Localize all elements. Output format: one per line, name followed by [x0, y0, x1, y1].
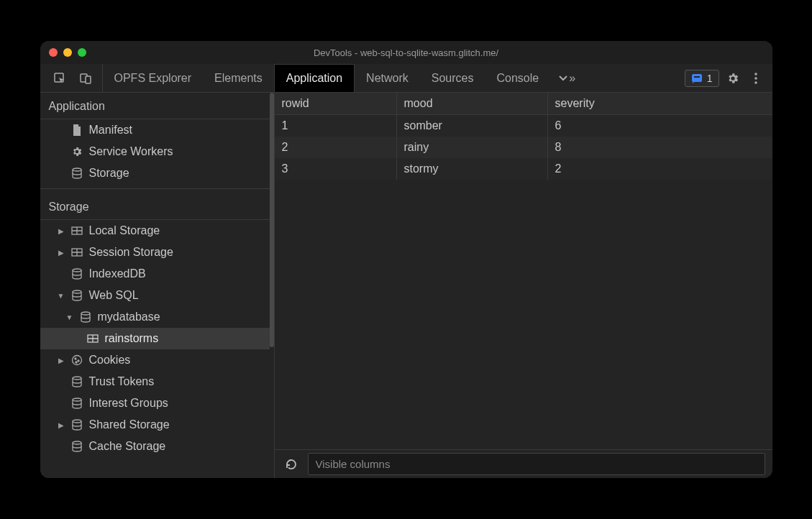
cookie-icon [70, 354, 83, 366]
tab-elements[interactable]: Elements [203, 64, 274, 92]
sidebar-item-label: Local Storage [89, 224, 160, 237]
sidebar-item-cache-storage[interactable]: Cache Storage [40, 436, 270, 457]
window-title: DevTools - web-sql-to-sqlite-wasm.glitch… [40, 47, 772, 58]
svg-point-6 [754, 77, 757, 80]
database-icon [79, 311, 92, 323]
collapse-icon: ▼ [66, 313, 73, 321]
window-controls [49, 48, 86, 57]
table-row[interactable]: 2rainy8 [275, 137, 772, 158]
sidebar-item-manifest[interactable]: Manifest [40, 119, 270, 141]
sidebar-item-web-sql[interactable]: ▼ Web SQL [40, 285, 270, 306]
tab-network[interactable]: Network [355, 64, 420, 92]
svg-point-12 [73, 290, 81, 293]
table-cell: 2 [548, 158, 772, 180]
inspect-element-icon[interactable] [50, 69, 69, 88]
toolbar: OPFS ExplorerElementsApplicationNetworkS… [40, 64, 772, 93]
sidebar-item-label: Web SQL [89, 289, 139, 302]
sidebar-item-indexeddb[interactable]: IndexedDB [40, 263, 270, 285]
svg-rect-2 [86, 76, 91, 83]
toolbar-left [43, 64, 103, 92]
database-icon [70, 441, 83, 452]
document-icon [70, 124, 83, 136]
sidebar-item-label: Cookies [89, 354, 131, 367]
table-cell: 8 [548, 137, 772, 158]
issues-badge[interactable]: 1 [685, 70, 719, 87]
sidebar-item-interest-groups[interactable]: Interest Groups [40, 392, 270, 414]
svg-point-7 [754, 81, 757, 84]
tab-application[interactable]: Application [274, 64, 355, 92]
database-icon [70, 398, 83, 409]
sidebar-item-label: Shared Storage [89, 418, 170, 431]
visible-columns-input[interactable] [308, 453, 765, 475]
table-row[interactable]: 3stormy2 [275, 158, 772, 180]
section-header-storage: Storage [40, 193, 270, 220]
table-row[interactable]: 1somber6 [275, 115, 772, 137]
sidebar-item-label: Trust Tokens [89, 375, 155, 388]
table-icon [70, 226, 83, 235]
column-header-severity[interactable]: severity [548, 93, 772, 114]
sidebar-item-label: Cache Storage [89, 440, 166, 453]
sidebar-item-service-workers[interactable]: Service Workers [40, 141, 270, 162]
column-header-rowid[interactable]: rowid [275, 93, 397, 114]
column-header-mood[interactable]: mood [397, 93, 548, 114]
table-icon [86, 334, 99, 343]
table-cell: stormy [397, 158, 548, 180]
sidebar-item-label: Interest Groups [89, 397, 168, 410]
expand-icon: ▶ [58, 227, 65, 235]
close-window-button[interactable] [49, 48, 58, 57]
collapse-icon: ▼ [58, 292, 65, 300]
database-icon [70, 419, 83, 431]
sidebar-item-local-storage[interactable]: ▶ Local Storage [40, 220, 270, 242]
svg-rect-4 [694, 76, 700, 78]
expand-icon: ▶ [58, 357, 65, 364]
tab-console[interactable]: Console [485, 64, 550, 92]
table-cell: somber [397, 115, 548, 137]
issues-count: 1 [707, 73, 713, 84]
svg-point-18 [76, 362, 77, 363]
table-cell: 1 [275, 115, 397, 137]
svg-point-22 [73, 441, 81, 444]
sidebar-item-label: rainstorms [105, 332, 159, 345]
svg-rect-3 [692, 74, 702, 82]
kebab-menu-icon[interactable] [747, 69, 765, 88]
refresh-icon[interactable] [282, 455, 301, 474]
sidebar-item-label: IndexedDB [89, 267, 146, 280]
device-toolbar-icon[interactable] [76, 69, 95, 88]
more-tabs-button[interactable]: » [550, 64, 583, 92]
maximize-window-button[interactable] [78, 48, 86, 57]
sidebar-item-trust-tokens[interactable]: Trust Tokens [40, 371, 270, 392]
panel-body: Application Manifest Service Worker [40, 93, 772, 478]
titlebar: DevTools - web-sql-to-sqlite-wasm.glitch… [40, 41, 772, 64]
svg-point-13 [81, 312, 90, 315]
sidebar-item-cookies[interactable]: ▶ Cookies [40, 349, 270, 371]
minimize-window-button[interactable] [63, 48, 72, 57]
sidebar-scrollbar[interactable] [270, 93, 274, 478]
svg-point-5 [754, 73, 757, 75]
database-icon [70, 268, 83, 280]
database-icon [70, 290, 83, 301]
table-footer [275, 449, 772, 478]
settings-icon[interactable] [724, 69, 742, 88]
sidebar-item-session-storage[interactable]: ▶ Session Storage [40, 242, 270, 263]
tab-sources[interactable]: Sources [420, 64, 485, 92]
svg-point-8 [73, 168, 81, 171]
table-cell: 3 [275, 158, 397, 180]
issues-icon [691, 73, 703, 83]
sidebar-item-mydatabase[interactable]: ▼ mydatabase [40, 306, 270, 328]
expand-icon: ▶ [58, 249, 65, 257]
sidebar-item-storage[interactable]: Storage [40, 162, 270, 184]
gear-icon [70, 146, 83, 157]
sidebar-item-shared-storage[interactable]: ▶ Shared Storage [40, 414, 270, 436]
devtools-window: DevTools - web-sql-to-sqlite-wasm.glitch… [40, 41, 772, 478]
table-cell: 2 [275, 137, 397, 158]
sidebar-item-label: Storage [89, 167, 129, 180]
application-sidebar: Application Manifest Service Worker [40, 93, 275, 478]
sidebar-item-rainstorms[interactable]: rainstorms [40, 328, 270, 349]
tab-opfs-explorer[interactable]: OPFS Explorer [103, 64, 204, 92]
sidebar-item-label: Service Workers [89, 145, 173, 158]
sidebar-item-label: Manifest [89, 124, 132, 137]
svg-point-17 [78, 360, 79, 362]
svg-point-20 [73, 398, 81, 401]
data-table: rowid mood severity 1somber62rainy83stor… [275, 93, 772, 449]
expand-icon: ▶ [58, 421, 65, 429]
